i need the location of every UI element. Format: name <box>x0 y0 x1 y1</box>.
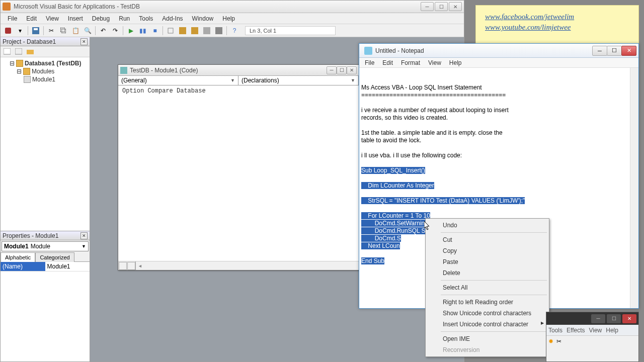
view-code-icon[interactable] <box>2 47 12 56</box>
view-object-icon[interactable] <box>14 47 24 56</box>
sticky-link-fb[interactable]: www.facebook.com/jetweelim <box>485 13 629 21</box>
cm-undo[interactable]: Undo <box>427 220 548 231</box>
code-window-icon <box>120 67 127 74</box>
np-minimize-button[interactable]: ─ <box>592 46 607 56</box>
tb-toolbox-icon[interactable] <box>213 25 224 36</box>
folder-icon[interactable] <box>25 47 35 56</box>
properties-object-selector[interactable]: Module1 Module ▼ <box>2 241 89 251</box>
pw-menu-tools[interactable]: Tools <box>548 327 562 334</box>
tb-properties-icon[interactable] <box>189 25 200 36</box>
tb-cut-icon[interactable]: ✂ <box>46 25 57 36</box>
menu-tools[interactable]: Tools <box>135 14 157 23</box>
cm-rtl[interactable]: Right to left Reading order <box>427 297 548 308</box>
np-menu-edit[interactable]: Edit <box>379 59 396 67</box>
procedure-view-icon[interactable] <box>119 262 127 270</box>
cm-delete[interactable]: Delete <box>427 267 548 279</box>
menu-help[interactable]: Help <box>218 14 239 23</box>
tb-design-icon[interactable] <box>165 25 176 36</box>
np-maximize-button[interactable]: ☐ <box>607 46 622 56</box>
menu-edit[interactable]: Edit <box>22 14 41 23</box>
tb-undo-icon[interactable]: ↶ <box>98 25 109 36</box>
code-window: TestDB - Module1 (Code) ─ ☐ ✕ (General)▼… <box>118 64 359 270</box>
pw-menu-help[interactable]: Help <box>606 327 618 334</box>
svg-rect-8 <box>4 48 11 54</box>
tb-object-icon[interactable] <box>201 25 212 36</box>
notepad-titlebar[interactable]: Untitled - Notepad ─ ☐ ✕ <box>359 44 638 58</box>
tab-alphabetic[interactable]: Alphabetic <box>1 252 35 262</box>
svg-rect-2 <box>34 28 38 30</box>
menu-window[interactable]: Window <box>188 14 218 23</box>
tb-paste-icon[interactable]: 📋 <box>70 25 81 36</box>
properties-panel-close-icon[interactable]: ✕ <box>80 232 88 239</box>
np-menu-view[interactable]: View <box>425 59 445 67</box>
properties-grid[interactable]: (Name) Module1 <box>1 262 90 361</box>
tree-module1[interactable]: Module1 <box>3 75 88 83</box>
project-tree[interactable]: ⊟ Database1 (TestDB) ⊟ Modules Module1 <box>1 57 90 231</box>
code-window-title: TestDB - Module1 (Code) <box>130 67 327 74</box>
tb-reset-icon[interactable]: ■ <box>149 25 160 36</box>
menu-file[interactable]: File <box>4 14 21 23</box>
cm-copy[interactable]: Copy <box>427 245 548 256</box>
menu-debug[interactable]: Debug <box>88 14 114 23</box>
np-menu-file[interactable]: File <box>361 59 378 67</box>
cm-reconversion: Reconversion <box>427 344 548 355</box>
tb-project-icon[interactable] <box>177 25 188 36</box>
tb-find-icon[interactable]: 🔍 <box>82 25 93 36</box>
np-menu-format[interactable]: Format <box>397 59 424 67</box>
tree-database[interactable]: ⊟ Database1 (TestDB) <box>3 59 88 67</box>
notepad-menubar: File Edit Format View Help <box>359 58 638 68</box>
menu-run[interactable]: Run <box>115 14 134 23</box>
tree-modules-folder[interactable]: ⊟ Modules <box>3 67 88 75</box>
partial-menubar: Tools Effects View Help <box>546 325 638 336</box>
cm-paste[interactable]: Paste <box>427 256 548 267</box>
tb-access-icon[interactable] <box>3 25 14 36</box>
pw-gear-icon[interactable]: ✹ <box>548 338 553 345</box>
partial-titlebar[interactable]: ─ ☐ ✕ <box>546 312 638 325</box>
pw-close-button[interactable]: ✕ <box>622 314 636 323</box>
menu-insert[interactable]: Insert <box>64 14 87 23</box>
cm-insert-unicode[interactable]: Insert Unicode control character <box>427 319 548 330</box>
tb-dropdown-icon[interactable]: ▾ <box>15 25 26 36</box>
code-object-selector[interactable]: (General)▼ <box>118 76 238 85</box>
tb-save-icon[interactable] <box>30 25 41 36</box>
notepad-scrollbar[interactable] <box>630 68 638 308</box>
np-menu-help[interactable]: Help <box>446 59 465 67</box>
minimize-button[interactable]: ─ <box>421 2 434 11</box>
project-panel-close-icon[interactable]: ✕ <box>80 38 88 45</box>
prop-name-value[interactable]: Module1 <box>45 262 90 271</box>
code-procedure-selector[interactable]: (Declarations)▼ <box>238 76 359 85</box>
code-close-button[interactable]: ✕ <box>347 66 357 74</box>
tb-break-icon[interactable]: ▮▮ <box>137 25 148 36</box>
tb-help-icon[interactable]: ? <box>229 25 240 36</box>
np-close-button[interactable]: ✕ <box>621 46 636 56</box>
code-window-titlebar[interactable]: TestDB - Module1 (Code) ─ ☐ ✕ <box>118 65 359 76</box>
tb-copy-icon[interactable]: ⿻ <box>58 25 69 36</box>
cm-show-unicode[interactable]: Show Unicode control characters <box>427 308 548 319</box>
cursor-position-display: Ln 3, Col 1 <box>245 26 336 35</box>
cm-select-all[interactable]: Select All <box>427 282 548 293</box>
tb-redo-icon[interactable]: ↷ <box>110 25 121 36</box>
cm-cut[interactable]: Cut <box>427 234 548 245</box>
properties-panel-header[interactable]: Properties - Module1 ✕ <box>1 231 90 240</box>
tab-categorized[interactable]: Categorized <box>35 252 74 262</box>
pw-menu-view[interactable]: View <box>589 327 602 334</box>
full-module-view-icon[interactable] <box>127 262 135 270</box>
pw-maximize-button[interactable]: ☐ <box>607 314 621 323</box>
pw-minimize-button[interactable]: ─ <box>591 314 605 323</box>
menu-view[interactable]: View <box>42 14 63 23</box>
tb-run-icon[interactable]: ▶ <box>125 25 136 36</box>
project-panel-header[interactable]: Project - Database1 ✕ <box>1 37 90 46</box>
code-minimize-button[interactable]: ─ <box>327 66 337 74</box>
maximize-button[interactable]: ☐ <box>435 2 448 11</box>
close-button[interactable]: ✕ <box>449 2 462 11</box>
code-editor[interactable]: Option Compare Database <box>118 85 359 261</box>
sticky-link-yt[interactable]: www.youtube.com/limjetwee <box>485 23 629 32</box>
code-maximize-button[interactable]: ☐ <box>337 66 347 74</box>
pw-tool-icon[interactable]: ✂ <box>556 338 561 345</box>
vba-titlebar[interactable]: Microsoft Visual Basic for Applications … <box>1 1 464 13</box>
cm-open-ime[interactable]: Open IME <box>427 333 548 344</box>
svg-rect-9 <box>15 48 22 54</box>
svg-rect-3 <box>168 28 173 33</box>
pw-menu-effects[interactable]: Effects <box>567 327 585 334</box>
menu-addins[interactable]: Add-Ins <box>158 14 187 23</box>
